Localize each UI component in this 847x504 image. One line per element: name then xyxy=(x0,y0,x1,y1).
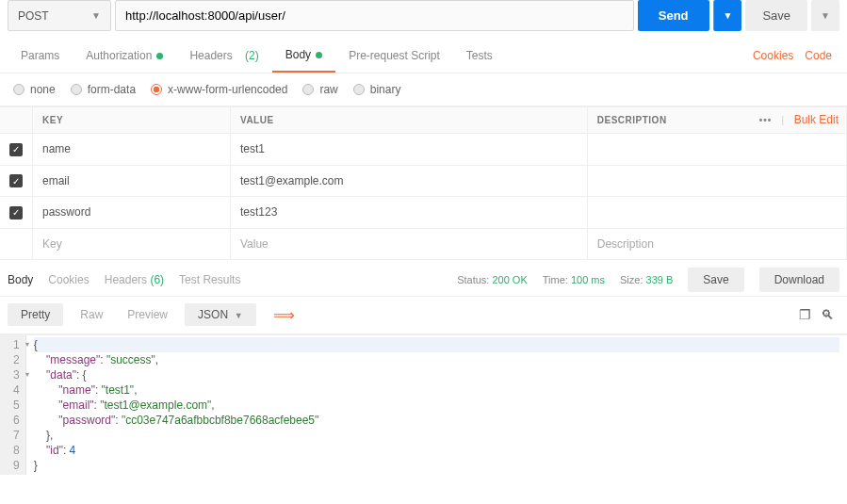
view-raw[interactable]: Raw xyxy=(73,303,110,326)
chevron-down-icon: ▼ xyxy=(91,10,101,21)
value-input[interactable]: Value xyxy=(230,228,587,259)
tab-prerequest[interactable]: Pre-request Script xyxy=(335,40,453,72)
params-table: KEY VALUE DESCRIPTION ••• | Bulk Edit ✓ … xyxy=(0,106,847,260)
body-type-raw[interactable]: raw xyxy=(302,83,337,96)
search-icon[interactable]: 🔍︎ xyxy=(821,307,834,322)
key-header: KEY xyxy=(33,107,231,134)
copy-icon[interactable]: ❐ xyxy=(799,307,811,322)
method-select[interactable]: POST ▼ xyxy=(8,0,111,31)
tab-headers[interactable]: Headers (2) xyxy=(176,40,271,72)
row-checkbox[interactable]: ✓ xyxy=(9,174,23,187)
time-label: Time: 100 ms xyxy=(543,274,605,285)
radio-selected-icon xyxy=(151,84,162,95)
chevron-down-icon: ▼ xyxy=(235,311,243,320)
value-cell[interactable]: test1 xyxy=(230,134,587,166)
line-gutter: 123456789 xyxy=(0,335,26,475)
radio-icon xyxy=(302,84,314,95)
indicator-dot-icon xyxy=(316,52,322,58)
radio-icon xyxy=(71,84,82,95)
bulk-edit-link[interactable]: Bulk Edit xyxy=(794,113,839,126)
wrap-lines-icon[interactable]: ⟹ xyxy=(266,302,302,328)
description-cell[interactable] xyxy=(587,134,846,166)
cookies-link[interactable]: Cookies xyxy=(753,49,793,62)
body-type-none[interactable]: none xyxy=(13,83,56,96)
tab-tests[interactable]: Tests xyxy=(453,40,506,72)
description-cell[interactable] xyxy=(587,197,846,229)
description-input[interactable]: Description xyxy=(587,228,846,259)
table-row: ✓ password test123 xyxy=(0,197,847,229)
table-row: ✓ email test1@example.com xyxy=(0,165,847,197)
check-all-header xyxy=(0,107,33,134)
save-options-button[interactable]: ▼ xyxy=(811,0,839,31)
indicator-dot-icon xyxy=(156,53,163,59)
radio-icon xyxy=(353,84,365,95)
response-save-button[interactable]: Save xyxy=(688,268,743,292)
response-tab-cookies[interactable]: Cookies xyxy=(48,269,89,290)
row-checkbox[interactable]: ✓ xyxy=(9,206,23,219)
key-cell[interactable]: name xyxy=(33,134,231,166)
method-value: POST xyxy=(18,9,49,23)
description-cell[interactable] xyxy=(587,165,846,197)
body-type-form-data[interactable]: form-data xyxy=(71,83,136,96)
code-link[interactable]: Code xyxy=(805,49,832,62)
value-cell[interactable]: test123 xyxy=(230,197,587,229)
more-options-icon[interactable]: ••• xyxy=(759,115,773,125)
key-cell[interactable]: password xyxy=(33,197,231,229)
response-tab-headers[interactable]: Headers (6) xyxy=(105,269,164,290)
status-label: Status: 200 OK xyxy=(457,274,528,285)
description-header: DESCRIPTION ••• | Bulk Edit xyxy=(587,107,846,134)
key-input[interactable]: Key xyxy=(33,228,231,259)
radio-icon xyxy=(13,84,24,95)
body-type-binary[interactable]: binary xyxy=(353,83,401,96)
body-type-urlencoded[interactable]: x-www-form-urlencoded xyxy=(151,83,287,96)
view-preview[interactable]: Preview xyxy=(120,303,175,326)
save-button[interactable]: Save xyxy=(745,0,807,31)
value-header: VALUE xyxy=(230,107,587,134)
key-cell[interactable]: email xyxy=(33,165,231,197)
size-label: Size: 339 B xyxy=(620,274,673,285)
tab-authorization[interactable]: Authorization xyxy=(73,40,176,72)
response-download-button[interactable]: Download xyxy=(759,268,839,292)
tab-body[interactable]: Body xyxy=(272,39,335,73)
response-tab-tests[interactable]: Test Results xyxy=(179,269,240,290)
value-cell[interactable]: test1@example.com xyxy=(230,165,587,197)
table-row: ✓ name test1 xyxy=(0,134,847,166)
response-body[interactable]: { "message": "success", "data": { "name"… xyxy=(26,335,847,475)
format-select[interactable]: JSON ▼ xyxy=(185,303,256,326)
table-row-new: Key Value Description xyxy=(0,228,847,259)
send-options-button[interactable]: ▼ xyxy=(713,0,742,31)
tab-params[interactable]: Params xyxy=(8,40,73,72)
view-pretty[interactable]: Pretty xyxy=(8,303,63,326)
response-tab-body[interactable]: Body xyxy=(8,269,33,290)
row-checkbox[interactable]: ✓ xyxy=(9,143,23,156)
url-input[interactable] xyxy=(115,0,634,31)
send-button[interactable]: Send xyxy=(638,0,709,31)
